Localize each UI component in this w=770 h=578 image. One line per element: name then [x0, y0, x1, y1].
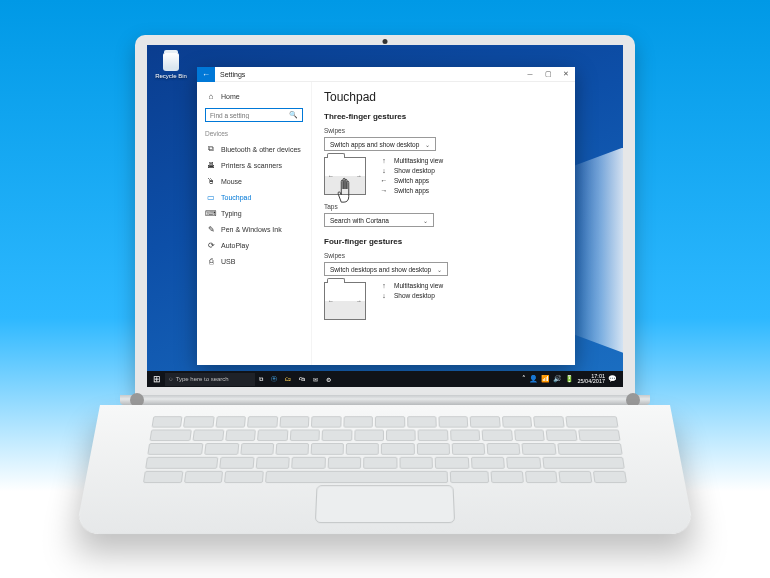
- sidebar-item-printers[interactable]: 🖶 Printers & scanners: [205, 157, 303, 173]
- gesture-item: ↓Show desktop: [380, 167, 443, 174]
- taskbar-clock[interactable]: 17:01 25/04/2017: [577, 374, 605, 385]
- laptop-hinge: [120, 395, 650, 405]
- arrow-down-icon: ↓: [380, 292, 388, 299]
- sidebar-item-mouse[interactable]: 🖱 Mouse: [205, 173, 303, 189]
- chevron-down-icon: ⌄: [437, 266, 442, 273]
- edge-icon[interactable]: ⓔ: [267, 371, 281, 387]
- chevron-down-icon: ⌄: [425, 141, 430, 148]
- touchpad-icon: ▭: [207, 193, 215, 201]
- autoplay-icon: ⟳: [207, 241, 215, 249]
- sidebar-item-label: Pen & Windows Ink: [221, 226, 282, 233]
- home-icon: ⌂: [207, 92, 215, 100]
- gesture-label: Show desktop: [394, 167, 435, 174]
- laptop-trackpad: [315, 485, 455, 523]
- close-button[interactable]: ✕: [557, 67, 575, 82]
- hand-icon: [333, 174, 357, 204]
- desktop-screen: Recycle Bin ← Settings ─ ▢ ✕ ⌂: [147, 45, 623, 387]
- recycle-bin-icon: [163, 53, 179, 71]
- sidebar-item-touchpad[interactable]: ▭ Touchpad: [205, 189, 303, 205]
- recycle-bin[interactable]: Recycle Bin: [155, 53, 187, 79]
- usb-icon: ⎙: [207, 257, 215, 265]
- people-icon[interactable]: 👤: [529, 375, 538, 383]
- three-finger-section: Three-finger gestures Swipes Switch apps…: [324, 112, 563, 227]
- sidebar-section: Devices: [205, 130, 303, 137]
- sidebar-item-label: Typing: [221, 210, 242, 217]
- three-finger-illustration: ←→: [324, 157, 366, 195]
- settings-window: ← Settings ─ ▢ ✕ ⌂ Home: [197, 67, 575, 365]
- sidebar: ⌂ Home 🔍 Devices ⧉ Bluetooth & other dev…: [197, 82, 312, 365]
- mouse-icon: 🖱: [207, 177, 215, 185]
- gesture-label: Switch apps: [394, 187, 429, 194]
- four-finger-heading: Four-finger gestures: [324, 237, 563, 246]
- screen-bezel: Recycle Bin ← Settings ─ ▢ ✕ ⌂: [135, 35, 635, 395]
- keyboard-deck: [75, 405, 695, 534]
- sidebar-item-label: Mouse: [221, 178, 242, 185]
- mail-icon[interactable]: ✉: [309, 371, 322, 387]
- volume-icon[interactable]: 🔊: [553, 375, 562, 383]
- sidebar-home-label: Home: [221, 93, 240, 100]
- explorer-icon[interactable]: 🗂: [281, 371, 295, 387]
- dropdown-value: Switch apps and show desktop: [330, 141, 419, 148]
- content-pane: Touchpad Three-finger gestures Swipes Sw…: [312, 82, 575, 365]
- four-gesture-list: ↑Multitasking view ↓Show desktop: [380, 282, 443, 299]
- printer-icon: 🖶: [207, 161, 215, 169]
- swipes-label: Swipes: [324, 252, 563, 259]
- gesture-label: Multitasking view: [394, 282, 443, 289]
- three-gesture-list: ↑Multitasking view ↓Show desktop ←Switch…: [380, 157, 443, 194]
- camera-dot: [383, 39, 388, 44]
- titlebar: ← Settings ─ ▢ ✕: [197, 67, 575, 82]
- bluetooth-icon: ⧉: [207, 145, 215, 153]
- gesture-item: ←Switch apps: [380, 177, 443, 184]
- network-icon[interactable]: 📶: [541, 375, 550, 383]
- pen-icon: ✎: [207, 225, 215, 233]
- four-finger-illustration: ←→: [324, 282, 366, 320]
- taskbar-search[interactable]: ○ Type here to search: [165, 373, 255, 386]
- tray-chevron-icon[interactable]: ˄: [522, 375, 526, 383]
- sidebar-home[interactable]: ⌂ Home: [205, 88, 303, 104]
- back-button[interactable]: ←: [197, 67, 215, 82]
- sidebar-item-bluetooth[interactable]: ⧉ Bluetooth & other devices: [205, 141, 303, 157]
- sidebar-item-label: AutoPlay: [221, 242, 249, 249]
- three-swipes-dropdown[interactable]: Switch apps and show desktop ⌄: [324, 137, 436, 151]
- store-icon[interactable]: 🛍: [295, 371, 309, 387]
- sidebar-item-label: Touchpad: [221, 194, 251, 201]
- gesture-item: ↑Multitasking view: [380, 157, 443, 164]
- cortana-icon: ○: [169, 376, 173, 382]
- sidebar-item-usb[interactable]: ⎙ USB: [205, 253, 303, 269]
- three-finger-heading: Three-finger gestures: [324, 112, 563, 121]
- start-button[interactable]: ⊞: [149, 371, 165, 387]
- settings-search[interactable]: 🔍: [205, 108, 303, 122]
- minimize-button[interactable]: ─: [521, 67, 539, 82]
- recycle-bin-label: Recycle Bin: [155, 73, 187, 79]
- arrow-left-icon: ←: [380, 177, 388, 184]
- task-view-button[interactable]: ⧉: [255, 371, 267, 387]
- four-swipes-dropdown[interactable]: Switch desktops and show desktop ⌄: [324, 262, 448, 276]
- action-center-icon[interactable]: 💬: [608, 375, 617, 383]
- sidebar-item-label: Bluetooth & other devices: [221, 146, 301, 153]
- sidebar-item-pen[interactable]: ✎ Pen & Windows Ink: [205, 221, 303, 237]
- three-taps-dropdown[interactable]: Search with Cortana ⌄: [324, 213, 434, 227]
- taskbar: ⊞ ○ Type here to search ⧉ ⓔ 🗂 🛍 ✉ ⚙ ˄ 👤 …: [147, 371, 623, 387]
- sidebar-item-typing[interactable]: ⌨ Typing: [205, 205, 303, 221]
- gesture-item: ↑Multitasking view: [380, 282, 443, 289]
- settings-search-input[interactable]: [210, 112, 289, 119]
- settings-icon[interactable]: ⚙: [322, 371, 335, 387]
- arrow-up-icon: ↑: [380, 157, 388, 164]
- swipes-label: Swipes: [324, 127, 563, 134]
- gesture-label: Show desktop: [394, 292, 435, 299]
- arrow-up-icon: ↑: [380, 282, 388, 289]
- arrow-right-icon: →: [380, 187, 388, 194]
- laptop-mockup: Recycle Bin ← Settings ─ ▢ ✕ ⌂: [135, 35, 635, 533]
- battery-icon[interactable]: 🔋: [565, 375, 574, 383]
- chevron-down-icon: ⌄: [423, 217, 428, 224]
- sidebar-item-label: USB: [221, 258, 235, 265]
- search-icon: 🔍: [289, 111, 298, 119]
- maximize-button[interactable]: ▢: [539, 67, 557, 82]
- page-title: Touchpad: [324, 90, 563, 104]
- clock-date: 25/04/2017: [577, 379, 605, 385]
- keyboard: [143, 416, 627, 483]
- sidebar-item-label: Printers & scanners: [221, 162, 282, 169]
- four-finger-section: Four-finger gestures Swipes Switch deskt…: [324, 237, 563, 320]
- sidebar-item-autoplay[interactable]: ⟳ AutoPlay: [205, 237, 303, 253]
- gesture-label: Multitasking view: [394, 157, 443, 164]
